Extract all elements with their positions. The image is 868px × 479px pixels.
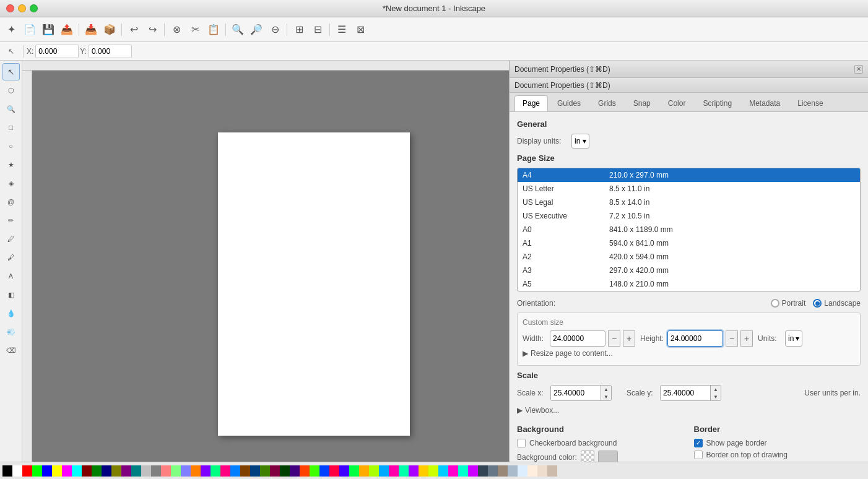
eraser-tool[interactable]: ⌫ <box>2 342 20 359</box>
palette-color[interactable] <box>111 465 121 477</box>
size-units-select[interactable]: in ▾ <box>785 330 802 347</box>
palette-color[interactable] <box>428 465 438 477</box>
palette-color[interactable] <box>62 465 72 477</box>
height-decrement-button[interactable]: − <box>726 330 738 347</box>
undo-icon[interactable]: ↩ <box>125 21 142 38</box>
scale-x-input[interactable] <box>551 386 601 400</box>
pencil-tool[interactable]: ✏ <box>2 212 20 229</box>
tab-grids[interactable]: Grids <box>590 95 624 111</box>
cut-icon[interactable]: ✂ <box>186 21 204 38</box>
3d-box-tool[interactable]: ◈ <box>2 175 20 192</box>
palette-color[interactable] <box>508 465 518 477</box>
palette-color[interactable] <box>379 465 389 477</box>
palette-color[interactable] <box>22 465 32 477</box>
palette-color[interactable] <box>2 465 12 477</box>
page-size-row-usexecutive[interactable]: US Executive 7.2 x 10.5 in <box>518 209 860 223</box>
width-decrement-button[interactable]: − <box>608 330 620 347</box>
palette-color[interactable] <box>161 465 171 477</box>
export-icon[interactable]: 📦 <box>101 21 118 38</box>
calligraphy-tool[interactable]: 🖋 <box>2 249 20 266</box>
palette-color[interactable] <box>260 465 270 477</box>
tab-scripting[interactable]: Scripting <box>695 95 740 111</box>
border-on-top-checkbox[interactable] <box>694 451 703 459</box>
palette-color[interactable] <box>131 465 141 477</box>
portrait-radio[interactable]: Portrait <box>771 299 806 308</box>
palette-color[interactable] <box>419 465 428 477</box>
palette-color[interactable] <box>389 465 399 477</box>
palette-color[interactable] <box>250 465 260 477</box>
palette-color[interactable] <box>300 465 310 477</box>
gradient-tool[interactable]: ◧ <box>2 286 20 303</box>
scale-x-increment-button[interactable]: ▼ <box>601 393 611 400</box>
palette-color[interactable] <box>488 465 498 477</box>
zoom-tool[interactable]: 🔍 <box>2 100 20 118</box>
height-increment-button[interactable]: + <box>740 330 753 347</box>
palette-color[interactable] <box>310 465 319 477</box>
palette-color[interactable] <box>72 465 82 477</box>
palette-color[interactable] <box>329 465 339 477</box>
landscape-radio[interactable]: Landscape <box>813 299 861 308</box>
paste-icon[interactable]: 📋 <box>205 21 222 38</box>
node-tool[interactable]: ⬡ <box>2 82 20 99</box>
circle-tool[interactable]: ○ <box>2 137 20 155</box>
open-file-icon[interactable]: 📄 <box>21 21 38 38</box>
page-size-row-a4[interactable]: A4 210.0 x 297.0 mm <box>518 168 860 182</box>
palette-color[interactable] <box>369 465 379 477</box>
group-icon[interactable]: ⊞ <box>290 21 308 38</box>
palette-color[interactable] <box>151 465 161 477</box>
ungroup-icon[interactable]: ⊟ <box>309 21 326 38</box>
page-size-row-usletter[interactable]: US Letter 8.5 x 11.0 in <box>518 182 860 196</box>
palette-color[interactable] <box>409 465 419 477</box>
palette-color[interactable] <box>210 465 220 477</box>
palette-color[interactable] <box>438 465 448 477</box>
spiral-tool[interactable]: @ <box>2 193 20 210</box>
y-input[interactable] <box>89 45 132 58</box>
arrow-tool-icon[interactable]: ↖ <box>2 43 20 60</box>
page-size-row-a0[interactable]: A0 841.0 x 1189.0 mm <box>518 223 860 236</box>
palette-color[interactable] <box>230 465 240 477</box>
text-tool[interactable]: A <box>2 267 20 285</box>
palette-color[interactable] <box>527 465 537 477</box>
page-size-row-a5[interactable]: A5 148.0 x 210.0 mm <box>518 277 860 291</box>
palette-color[interactable] <box>12 465 22 477</box>
page-size-row-a3[interactable]: A3 297.0 x 420.0 mm <box>518 264 860 277</box>
align-icon[interactable]: ☰ <box>333 21 350 38</box>
x-input[interactable] <box>35 45 79 58</box>
palette-color[interactable] <box>537 465 547 477</box>
save-icon[interactable]: 💾 <box>40 21 57 38</box>
checkerboard-checkbox[interactable] <box>517 439 526 447</box>
show-page-border-checkbox[interactable] <box>694 439 703 447</box>
palette-color[interactable] <box>349 465 359 477</box>
palette-color[interactable] <box>547 465 557 477</box>
rectangle-tool[interactable]: □ <box>2 119 20 136</box>
minimize-button[interactable] <box>18 4 26 12</box>
dialog-close-button[interactable]: ✕ <box>854 65 863 74</box>
star-tool[interactable]: ★ <box>2 156 20 173</box>
dialog-page-content[interactable]: General Display units: in ▾ Page Size A4… <box>510 112 868 462</box>
tab-license[interactable]: License <box>789 95 831 111</box>
import-icon[interactable]: 📥 <box>82 21 100 38</box>
palette-color[interactable] <box>448 465 458 477</box>
zoom-out-icon[interactable]: ⊖ <box>266 21 284 38</box>
palette-color[interactable] <box>102 465 111 477</box>
bg-color-checker-swatch[interactable] <box>581 451 594 462</box>
zoom-in-icon[interactable]: 🔎 <box>248 21 265 38</box>
palette-color[interactable] <box>42 465 52 477</box>
palette-color[interactable] <box>201 465 210 477</box>
palette-color[interactable] <box>270 465 280 477</box>
tab-guides[interactable]: Guides <box>549 95 589 111</box>
palette-color[interactable] <box>141 465 151 477</box>
palette-color[interactable] <box>359 465 369 477</box>
display-units-select[interactable]: in ▾ <box>571 134 589 149</box>
page-size-row-uslegal[interactable]: US Legal 8.5 x 14.0 in <box>518 196 860 209</box>
palette-color[interactable] <box>468 465 478 477</box>
save-as-icon[interactable]: 📤 <box>58 21 76 38</box>
palette-color[interactable] <box>399 465 409 477</box>
palette-color[interactable] <box>32 465 42 477</box>
palette-color[interactable] <box>191 465 201 477</box>
page-size-row-a1[interactable]: A1 594.0 x 841.0 mm <box>518 236 860 250</box>
height-input[interactable] <box>667 330 723 347</box>
dropper-tool[interactable]: 💧 <box>2 304 20 322</box>
palette-color[interactable] <box>82 465 92 477</box>
distribute-icon[interactable]: ⊠ <box>352 21 369 38</box>
